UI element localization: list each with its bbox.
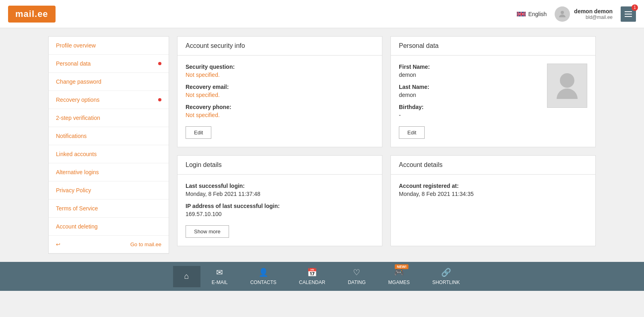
sidebar: Profile overviewPersonal dataChange pass… [48, 36, 169, 254]
account-details-card: Account details Account registered at: M… [390, 155, 596, 246]
sidebar-item-account-deleting[interactable]: Account deleting [49, 218, 169, 236]
footer-nav-item-calendar[interactable]: 📅CALENDAR [288, 262, 336, 291]
user-details: demon demon bld@mail.ee [574, 8, 613, 20]
footer-nav-item-dating[interactable]: ♡DATING [336, 262, 377, 291]
account-security-body: Security question: Not specified. Recove… [178, 56, 382, 147]
personal-data-body: First Name: demon Last Name: demon Birth… [391, 56, 595, 147]
language-label: English [528, 11, 547, 17]
sidebar-item-linked-accounts[interactable]: Linked accounts [49, 145, 169, 163]
user-info: demon demon bld@mail.ee [555, 6, 613, 22]
dating-icon: ♡ [353, 268, 360, 277]
recovery-email-value: Not specified. [186, 92, 374, 98]
registered-label: Account registered at: [399, 183, 587, 189]
sidebar-dot-icon [158, 98, 161, 101]
user-email: bld@mail.ee [574, 14, 613, 20]
logo[interactable]: mail.ee [8, 6, 56, 23]
footer-nav-label: SHORTLINK [432, 280, 460, 285]
sidebar-item-label: Terms of Service [56, 205, 98, 212]
ip-label: IP address of last successful login: [186, 203, 374, 209]
avatar-placeholder [547, 64, 587, 108]
sidebar-item-alternative-logins[interactable]: Alternative logins [49, 163, 169, 181]
sidebar-item-personal-data[interactable]: Personal data [49, 55, 169, 73]
shortlink-icon: 🔗 [441, 268, 451, 277]
sidebar-item-label: Personal data [56, 60, 91, 67]
footer-nav-label: E-MAIL [212, 280, 228, 285]
registered-value: Monday, 8 Feb 2021 11:34:35 [399, 191, 587, 197]
footer-nav-item-shortlink[interactable]: 🔗SHORTLINK [421, 262, 471, 291]
email-icon: ✉ [216, 268, 223, 277]
security-edit-button[interactable]: Edit [186, 126, 211, 139]
menu-button[interactable]: 1 [621, 6, 636, 22]
footer-nav-label: CONTACTS [250, 280, 277, 285]
calendar-icon: 📅 [307, 268, 317, 277]
hamburger-icon [625, 11, 632, 17]
user-name: demon demon [574, 8, 613, 14]
login-details-title: Login details [178, 156, 382, 175]
footer-nav: ⌂✉E-MAIL👤CONTACTS📅CALENDAR♡DATINGNEW!🎮MG… [0, 262, 644, 291]
sidebar-item-notifications[interactable]: Notifications [49, 127, 169, 145]
account-security-card: Account security info Security question:… [177, 36, 382, 147]
sidebar-item-label: Account deleting [56, 223, 98, 230]
sidebar-item-2step-verification[interactable]: 2-step verification [49, 109, 169, 127]
uk-flag-icon [517, 11, 526, 17]
back-arrow-icon: ↩ [56, 241, 60, 247]
sidebar-dot-icon [158, 62, 161, 65]
sidebar-item-go-back[interactable]: ↩ Go to mail.ee [49, 236, 169, 253]
sidebar-item-label: Notifications [56, 133, 87, 139]
main-wrapper: Profile overviewPersonal dataChange pass… [40, 28, 604, 262]
sidebar-item-label: Recovery options [56, 97, 99, 103]
language-selector[interactable]: English [517, 11, 547, 17]
footer-nav-item-mgames[interactable]: NEW!🎮MGAMES [377, 262, 421, 291]
birthday-value: - [399, 112, 587, 118]
recovery-phone-label: Recovery phone: [186, 104, 374, 110]
sidebar-item-label: Change password [56, 78, 101, 85]
personal-data-title: Personal data [391, 37, 595, 56]
footer-nav-item-home[interactable]: ⌂ [173, 266, 200, 287]
content-area: Account security info Security question:… [177, 36, 596, 254]
sidebar-item-change-password[interactable]: Change password [49, 73, 169, 91]
account-details-body: Account registered at: Monday, 8 Feb 202… [391, 175, 595, 211]
content-row-2: Login details Last successful login: Mon… [177, 155, 596, 246]
new-badge: NEW! [395, 264, 409, 269]
user-avatar [555, 6, 570, 22]
sidebar-item-label: Privacy Policy [56, 187, 91, 193]
security-question-value: Not specified. [186, 72, 374, 78]
sidebar-item-label: 2-step verification [56, 115, 100, 121]
svg-point-1 [561, 11, 564, 14]
sidebar-item-terms-of-service[interactable]: Terms of Service [49, 200, 169, 218]
personal-data-card: Personal data First Name: demon Last Nam… [390, 36, 596, 147]
sidebar-item-profile-overview[interactable]: Profile overview [49, 37, 169, 55]
sidebar-item-label: Profile overview [56, 42, 96, 49]
sidebar-item-privacy-policy[interactable]: Privacy Policy [49, 181, 169, 200]
show-more-button[interactable]: Show more [186, 225, 229, 238]
login-details-body: Last successful login: Monday, 8 Feb 202… [178, 175, 382, 246]
security-question-label: Security question: [186, 64, 374, 70]
recovery-phone-value: Not specified. [186, 112, 374, 118]
avatar-person-icon [555, 72, 579, 100]
footer-nav-label: CALENDAR [299, 280, 325, 285]
last-login-value: Monday, 8 Feb 2021 11:37:48 [186, 191, 374, 197]
sidebar-item-label: Linked accounts [56, 151, 97, 157]
footer-nav-label: DATING [348, 280, 365, 285]
personal-data-edit-button[interactable]: Edit [399, 126, 425, 139]
footer-nav-item-email[interactable]: ✉E-MAIL [200, 262, 239, 291]
account-details-title: Account details [391, 156, 595, 175]
last-login-label: Last successful login: [186, 183, 374, 189]
recovery-email-label: Recovery email: [186, 84, 374, 90]
ip-value: 169.57.10.100 [186, 211, 374, 217]
content-row-1: Account security info Security question:… [177, 36, 596, 147]
header: mail.ee English demon demon bld@mail.ee [0, 0, 644, 28]
footer-nav-item-contacts[interactable]: 👤CONTACTS [239, 262, 288, 291]
home-icon: ⌂ [184, 272, 189, 281]
svg-point-2 [560, 73, 574, 88]
footer-nav-label: MGAMES [388, 280, 410, 285]
contacts-icon: 👤 [258, 268, 268, 277]
sidebar-item-label: Alternative logins [56, 169, 99, 175]
notification-badge: 1 [632, 4, 638, 11]
go-back-label: Go to mail.ee [130, 241, 161, 247]
account-security-title: Account security info [178, 37, 382, 56]
sidebar-item-recovery-options[interactable]: Recovery options [49, 91, 169, 109]
login-details-card: Login details Last successful login: Mon… [177, 155, 382, 246]
header-right: English demon demon bld@mail.ee 1 [517, 6, 636, 22]
